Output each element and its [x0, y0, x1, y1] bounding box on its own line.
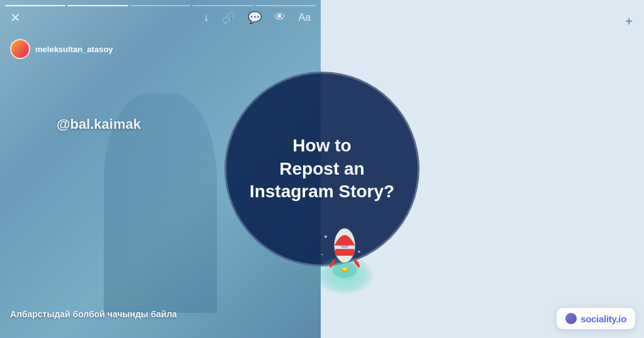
story-caption: Албарстыдай болбой чачынды байла: [10, 309, 311, 319]
close-icon[interactable]: ✕: [10, 10, 21, 25]
rocket-icon: ✦ ✦ ✦: [316, 222, 373, 278]
logo-text: sociality.io: [580, 313, 626, 324]
svg-text:✦: ✦: [321, 253, 323, 256]
svg-text:✦: ✦: [323, 234, 328, 240]
logo-domain: .io: [616, 313, 626, 324]
headline-title: How toRepost anInstagram Story?: [237, 134, 407, 203]
svg-rect-2: [335, 249, 355, 256]
logo-name: sociality: [580, 313, 616, 324]
download-icon[interactable]: ↓: [203, 11, 209, 24]
rocket-illustration: ✦ ✦ ✦: [307, 222, 382, 297]
logo-dot: [565, 313, 577, 324]
sociality-logo: sociality.io: [557, 308, 635, 329]
story-top-bar: ✕ ↓ 🔗 💬 👁 Aa: [0, 0, 321, 35]
link-icon[interactable]: 🔗: [221, 11, 235, 25]
message-icon[interactable]: 💬: [248, 11, 262, 25]
add-button[interactable]: +: [625, 14, 633, 29]
eye-icon[interactable]: 👁: [274, 11, 286, 24]
text-style-toggle[interactable]: Aa: [298, 12, 311, 23]
story-action-icons: ↓ 🔗 💬 👁 Aa: [203, 11, 311, 25]
story-mention: @bal.kaimak: [57, 116, 141, 133]
svg-text:✦: ✦: [357, 249, 361, 254]
